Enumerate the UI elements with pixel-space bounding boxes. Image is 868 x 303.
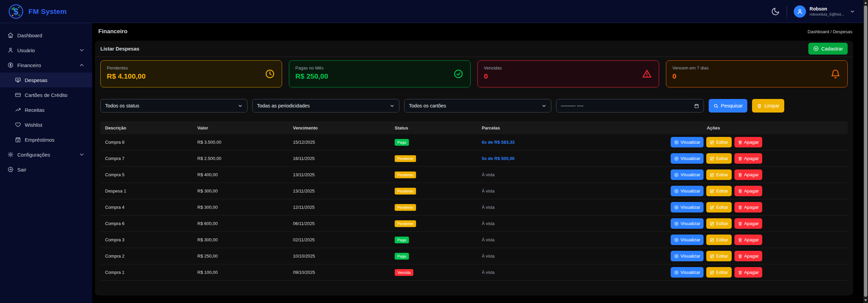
delete-button[interactable]: Apagar	[734, 218, 763, 229]
table-row: Compra 3 R$ 300,00 02/11/2025 Paga À vis…	[100, 232, 848, 248]
table-row: Compra 6 R$ 600,00 06/11/2025 Pendente À…	[100, 216, 848, 232]
edit-icon	[710, 238, 714, 242]
logout-icon	[7, 166, 14, 173]
sidebar-item-despesas[interactable]: Despesas	[0, 73, 92, 87]
expenses-panel: Listar Despesas Cadastrar Pendentes R$ 4…	[95, 41, 853, 296]
edit-button[interactable]: Editar	[706, 186, 731, 196]
cell-value: R$ 300,00	[193, 237, 288, 242]
delete-button[interactable]: Apagar	[734, 169, 763, 180]
trash-icon	[757, 103, 762, 108]
cell-description: Compra 4	[100, 205, 193, 210]
edit-button[interactable]: Editar	[706, 251, 731, 261]
breadcrumb[interactable]: Dashboard / Despesas	[808, 29, 852, 34]
user-email: robsonluiz_6@hot...	[810, 12, 844, 17]
trash-icon	[738, 173, 743, 177]
trash-icon	[738, 221, 743, 226]
cell-due-date: 10/10/2025	[288, 254, 390, 259]
scrollbar-thumb[interactable]	[864, 5, 867, 297]
edit-button[interactable]: Editar	[706, 137, 731, 147]
cell-value: R$ 3.500,00	[193, 140, 288, 145]
sidebar-item-cartoes[interactable]: Cartões de Crédito	[0, 87, 92, 102]
user-block[interactable]: Robson robsonluiz_6@hot...	[810, 6, 844, 17]
sidebar-item-receitas[interactable]: Receitas	[0, 102, 92, 117]
edit-button[interactable]: Editar	[706, 218, 731, 229]
eye-icon	[674, 156, 679, 161]
view-button[interactable]: Visualizar	[671, 137, 704, 147]
delete-button[interactable]: Apagar	[734, 186, 763, 196]
sidebar: Dashboard Usuário Financeiro Despesas Ca…	[0, 23, 92, 303]
chevron-down-icon	[390, 103, 395, 108]
view-button[interactable]: Visualizar	[671, 202, 704, 213]
table-row: Compra 8 R$ 3.500,00 15/12/2025 Paga 6x …	[100, 134, 848, 150]
delete-button[interactable]: Apagar	[734, 235, 763, 245]
date-input[interactable]: --------- ----	[556, 99, 704, 113]
credit-card-icon	[15, 92, 21, 98]
sidebar-item-emprestimos[interactable]: Empréstimos	[0, 132, 92, 147]
status-badge: Paga	[395, 139, 409, 146]
dollar-circle-icon	[7, 62, 14, 68]
cell-description: Compra 6	[100, 221, 193, 226]
eye-icon	[674, 254, 679, 259]
cell-installments: À vista	[482, 221, 495, 226]
sidebar-item-usuario[interactable]: Usuário	[0, 43, 92, 58]
sidebar-item-financeiro[interactable]: Financeiro	[0, 58, 92, 73]
home-icon	[7, 32, 14, 38]
sidebar-item-wishlist[interactable]: Wishlist	[0, 117, 92, 132]
view-button[interactable]: Visualizar	[671, 235, 704, 245]
search-button[interactable]: Pesquisar	[709, 99, 747, 113]
edit-button[interactable]: Editar	[706, 267, 731, 278]
status-badge: Pendente	[395, 188, 416, 195]
card-value: 0	[484, 72, 653, 80]
card-vencem-7-dias: Vencem em 7 dias 0	[666, 60, 848, 87]
delete-button[interactable]: Apagar	[734, 267, 763, 278]
sidebar-item-dashboard[interactable]: Dashboard	[0, 28, 92, 43]
eye-icon	[674, 140, 679, 145]
periodicity-select[interactable]: Todas as periodicidades	[252, 99, 399, 113]
cell-installments: À vista	[482, 254, 495, 259]
brand: $ FM System	[8, 4, 67, 19]
sidebar-item-label: Wishlist	[25, 122, 42, 128]
view-button[interactable]: Visualizar	[671, 186, 704, 196]
sidebar-item-label: Receitas	[25, 107, 44, 113]
sidebar-item-configuracoes[interactable]: Configurações	[0, 147, 92, 162]
cell-value: R$ 300,00	[193, 205, 288, 210]
sidebar-item-label: Sair	[17, 167, 26, 173]
delete-button[interactable]: Apagar	[734, 153, 763, 164]
delete-button[interactable]: Apagar	[734, 251, 763, 261]
view-button[interactable]: Visualizar	[671, 169, 704, 180]
monitor-icon	[15, 77, 21, 83]
clock-icon	[265, 69, 275, 79]
register-button[interactable]: Cadastrar	[808, 43, 848, 55]
view-button[interactable]: Visualizar	[671, 218, 704, 229]
sidebar-item-sair[interactable]: Sair	[0, 162, 92, 177]
trash-icon	[738, 205, 743, 210]
cell-installments: À vista	[482, 189, 495, 194]
status-select[interactable]: Todos os status	[100, 99, 248, 113]
chevron-down-icon	[541, 103, 547, 108]
edit-button[interactable]: Editar	[706, 153, 731, 164]
vertical-scrollbar[interactable]	[863, 0, 868, 303]
card-pagas-no-mes: Pagas no Mês R$ 250,00	[289, 60, 471, 87]
cell-installments[interactable]: 5x de R$ 500,00	[482, 156, 515, 161]
view-button[interactable]: Visualizar	[671, 251, 704, 261]
delete-button[interactable]: Apagar	[734, 137, 763, 147]
status-badge: Vencida	[395, 269, 413, 276]
view-button[interactable]: Visualizar	[671, 153, 704, 164]
card-select[interactable]: Todos os cartões	[404, 99, 551, 113]
user-avatar-icon[interactable]	[794, 5, 806, 18]
chevron-up-icon	[79, 62, 85, 68]
cell-installments[interactable]: 6x de R$ 583,33	[482, 140, 515, 145]
moon-icon[interactable]	[771, 7, 780, 16]
clear-button[interactable]: Limpar	[752, 99, 784, 113]
edit-button[interactable]: Editar	[706, 235, 731, 245]
delete-button[interactable]: Apagar	[734, 202, 763, 213]
scroll-down-arrow-icon[interactable]	[864, 299, 867, 301]
card-label: Vencem em 7 dias	[672, 65, 841, 70]
table-row: Compra 2 R$ 250,00 10/10/2025 Paga À vis…	[100, 248, 848, 264]
view-button[interactable]: Visualizar	[671, 267, 704, 278]
edit-button[interactable]: Editar	[706, 169, 731, 180]
status-badge: Paga	[395, 237, 409, 243]
scroll-up-arrow-icon[interactable]	[864, 2, 867, 4]
edit-button[interactable]: Editar	[706, 202, 731, 213]
chevron-down-icon[interactable]	[850, 9, 855, 14]
